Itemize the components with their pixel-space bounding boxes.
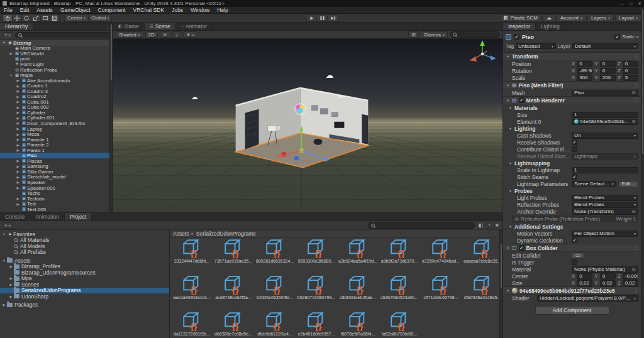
foldout-arrow[interactable]: ▶ [15,170,21,173]
component-menu-icon[interactable]: ⋮ [633,288,638,293]
menu-item[interactable]: GameObject [57,7,94,13]
scene-view-tab[interactable]: ◧ Game [113,23,145,30]
asset-item[interactable]: {} a7250c474046ad... [420,238,462,264]
foldout-arrow[interactable]: ▶ [15,116,21,120]
foldout-arrow[interactable]: ▶ [15,197,21,200]
hierarchy-item[interactable]: ▶ ▣ Cube.002 [0,105,113,111]
z-field[interactable]: 0 [623,61,638,67]
component-menu-icon[interactable]: ⋮ [633,82,638,88]
asset-item[interactable]: {} db6380e7c98d9e... [213,301,254,337]
hierarchy-item[interactable]: ▣ Text.005 [0,207,113,212]
foldout-arrow[interactable]: ▶ [15,89,21,93]
scale-tool-button[interactable] [31,14,41,22]
favorite-item[interactable]: All Materials [0,237,169,244]
scale-in-lightmap-field[interactable]: 1 [572,167,638,173]
hierarchy-item[interactable]: ▶ ▣ Cylinder.001 [0,116,113,121]
anchor-override-field[interactable]: None (Transform)⊙ [572,209,638,215]
hierarchy-item[interactable]: ▶ ▣ Mesa [0,131,113,137]
foldout-arrow[interactable]: ▶ [15,127,21,131]
z-field[interactable]: 5 [623,75,638,81]
foldout-arrow[interactable]: ▶ [15,143,21,147]
motion-vectors-dropdown[interactable]: Per Object Motion▾ [572,231,638,237]
packages-root[interactable]: ▶ Packages [0,302,169,308]
hierarchy-create-button[interactable]: +▾ [2,32,13,38]
plastic-scm-button[interactable]: Plastic SCM [500,14,541,22]
foldout-arrow[interactable]: ▶ [15,186,21,190]
box-collider-header[interactable]: ▼▢ Box Collider ⋮ [503,244,641,252]
probes-foldout[interactable]: ▼Probes [503,187,641,194]
project-folder[interactable]: ▶ Scenes [0,281,169,288]
foldout-arrow[interactable]: ▶ [15,175,21,179]
hierarchy-item[interactable]: ▶ ▣ VRCWorld [0,51,113,57]
bottom-tab[interactable]: Console [0,213,30,221]
hierarchy-item[interactable]: ▶ ▣ Tele [0,201,113,207]
gizmos-dropdown[interactable]: Gizmos▾ [421,31,448,38]
hierarchy-item[interactable]: ▶ ▣ Laptop [0,126,113,132]
menu-item[interactable]: Jobs [168,7,187,13]
active-checkbox[interactable] [514,34,519,40]
favorite-search-icon[interactable]: ★ [494,222,501,228]
component-menu-icon[interactable]: ⋮ [633,97,638,103]
asset-item[interactable]: {} da113172081f2b... [171,301,213,337]
account-dropdown[interactable]: Account▾ [557,14,586,22]
project-search-input[interactable] [368,222,475,229]
component-menu-icon[interactable]: ⋮ [633,53,638,59]
grid-visibility-toggle[interactable]: ⊞ [408,31,419,38]
tab-hierarchy[interactable]: Hierarchy [0,23,33,30]
foldout-arrow[interactable]: ▶ [15,180,21,184]
menu-item[interactable]: Help [213,7,231,13]
menu-item[interactable]: Assets [33,7,57,13]
layers-dropdown[interactable]: Layers▾ [587,14,614,22]
foldout-arrow[interactable]: ▶ [8,52,14,55]
layer-dropdown[interactable]: Default▾ [572,43,638,49]
additional-settings-foldout[interactable]: ▼Additional Settings [503,223,641,230]
z-field[interactable]: -0.009999 [623,273,638,280]
scene-lighting-toggle[interactable]: ☀ [160,31,170,38]
edit-collider-button[interactable]: ▭ [572,253,584,259]
search-by-label-icon[interactable]: ◔ [486,222,492,228]
foldout-arrow[interactable]: ▶ [15,159,21,163]
scene-viewport[interactable]: ☁ ☁ ☁ [113,39,502,212]
space-toggle[interactable]: Global▾ [88,14,112,22]
search-by-type-icon[interactable]: ◧ [477,222,484,228]
hierarchy-search-input[interactable] [15,32,111,38]
edit-parameters-button[interactable]: Edit... [618,181,638,187]
hierarchy-item[interactable]: ▶ ▣ Cube.001 [0,99,113,105]
layout-dropdown[interactable]: Layout▾ [615,14,641,22]
foldout-arrow[interactable]: ▼ [8,74,14,77]
bottom-tab[interactable]: Animation [30,213,65,221]
inspector-tab[interactable]: Inspector [503,23,536,30]
hierarchy-item[interactable]: ▶ ▣ Placas [0,158,113,164]
hierarchy-item[interactable]: ▶ ▣ Cuadro 1 [0,83,113,89]
rect-tool-button[interactable] [40,14,50,22]
asset-item[interactable]: {} b2329c06350f8d... [254,264,296,301]
hierarchy-item[interactable]: ▣ post [0,57,113,62]
project-folder[interactable]: Bizarap_UdonProgramSources [0,270,169,276]
tag-dropdown[interactable]: Untagged▾ [516,43,556,49]
hierarchy-item[interactable]: ▶ ▣ Cylinder [0,110,113,116]
light-probes-dropdown[interactable]: Blend Probes▾ [572,195,638,201]
hierarchy-item[interactable]: ▼ ◈ Bizarap [0,40,113,46]
x-field[interactable]: 0 [577,273,592,280]
cloud-button[interactable]: ☁ [543,14,555,22]
mesh-object-field[interactable]: Piso⊙ [572,90,638,96]
bottom-tab[interactable]: Project [65,213,92,221]
menu-item[interactable]: VRChat SDK [130,7,169,13]
component-menu-icon[interactable]: ⋮ [633,245,638,251]
material-element-field[interactable]: 04e68499ce5b064bd912f77ed23b23⊙ [572,119,638,125]
asset-item[interactable]: {} 33324f447d68fd... [171,238,213,264]
foldout-arrow[interactable]: ▶ [15,106,21,109]
asset-item[interactable]: {} e1b45160fe9957... [296,301,337,337]
reflection-probes-dropdown[interactable]: Blend Probes▾ [572,202,638,208]
hierarchy-item[interactable]: ▶ ▣ Cuadro 3 [0,89,113,94]
contribute-gi-checkbox[interactable] [572,146,577,152]
foldout-arrow[interactable]: ▶ [15,79,21,82]
mesh-renderer-header[interactable]: ▼▤ Mesh Renderer ⋮ [503,96,641,104]
breadcrumb-current[interactable]: SerializedUdonPrograms [196,231,256,237]
asset-item[interactable]: {} c69b708d523a0b... [379,264,420,301]
asset-item[interactable]: {} dfcb9d6121f1c4... [254,301,296,337]
object-name[interactable]: Piso [522,34,612,40]
hierarchy-item[interactable]: ▶ ▣ Parante 2 [0,142,113,148]
project-create-button[interactable]: +▾ [2,222,13,229]
step-button[interactable] [328,14,339,22]
